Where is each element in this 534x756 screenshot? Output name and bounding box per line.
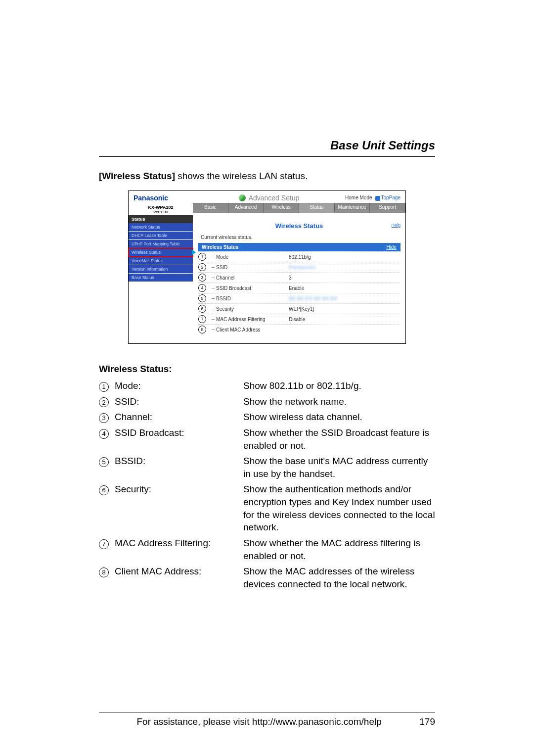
def-desc: Show 802.11b or 802.11b/g. (243, 379, 435, 392)
status-row: 4 SSID Broadcast Enable (198, 283, 400, 293)
callout-7: 7 (198, 315, 206, 323)
def-num-5: 5 (99, 457, 109, 467)
def-desc: Show the MAC addresses of the wireless d… (243, 565, 435, 590)
definition-row: 6 Security: Show the authentication meth… (99, 483, 435, 534)
content-title: Wireless Status (198, 219, 400, 233)
status-value-security: WEP[Key1] (286, 305, 400, 313)
def-num-3: 3 (99, 413, 109, 423)
definition-row: 1 Mode: Show 802.11b or 802.11b/g. (99, 379, 435, 392)
tab-advanced[interactable]: Advanced (228, 203, 264, 213)
def-num-1: 1 (99, 382, 109, 392)
content-subtitle: Current wireless status. (198, 233, 400, 243)
status-row: 5 BSSID 00:80:F0:00:00:00 (198, 293, 400, 303)
def-num-7: 7 (99, 539, 109, 549)
callout-4: 4 (198, 284, 206, 292)
setup-mode-label: Advanced Setup (193, 194, 345, 202)
status-row: 3 Channel 3 (198, 272, 400, 283)
tab-support[interactable]: Support (370, 203, 405, 213)
def-label: MAC Address Filtering: (115, 537, 243, 562)
sidebar-item-voicemail-status[interactable]: VoiceMail Status (129, 257, 193, 265)
toppage-link[interactable]: TopPage (375, 195, 400, 200)
def-num-8: 8 (99, 567, 109, 577)
status-label-mac-filtering: MAC Address Filtering (209, 315, 286, 324)
brand-logo: Panasonic (134, 194, 193, 202)
definition-row: 2 SSID: Show the network name. (99, 395, 435, 408)
sidebar-item-wireless-status[interactable]: Wireless Status (129, 248, 193, 257)
callout-2: 2 (198, 263, 206, 271)
status-label-bssid: BSSID (209, 294, 286, 303)
status-label-mode: Mode (209, 253, 286, 261)
sidebar-item-label: Wireless Status (132, 250, 161, 255)
firmware-version: Ver.1.00 (129, 210, 193, 214)
def-label: BSSID: (115, 455, 243, 480)
status-label-channel: Channel (209, 274, 286, 282)
sidebar-item-version-information[interactable]: Version Information (129, 265, 193, 274)
status-value-channel: 3 (286, 274, 400, 282)
setup-text: Advanced Setup (249, 194, 300, 202)
intro-bold: [Wireless Status] (99, 171, 175, 181)
tab-maintenance[interactable]: Maintenance (335, 203, 370, 213)
hide-link[interactable]: Hide (386, 244, 397, 250)
tab-status[interactable]: Status (299, 203, 335, 213)
def-desc: Show wireless data channel. (243, 411, 435, 424)
intro-rest: shows the wireless LAN status. (175, 171, 308, 181)
embedded-screenshot: Panasonic Advanced Setup Home Mode TopPa… (128, 190, 406, 344)
callout-5: 5 (198, 294, 206, 302)
tab-wireless[interactable]: Wireless (264, 203, 299, 213)
sidebar-item-base-status[interactable]: Base Status (129, 274, 193, 282)
model-number: KX-WPA102 (129, 205, 193, 210)
status-row: 8 Client MAC Address (198, 324, 400, 334)
callout-8: 8 (198, 326, 206, 333)
callout-6: 6 (198, 305, 206, 313)
status-panel: Wireless Status Hide 1 Mode 802.11b/g 2 … (198, 243, 400, 334)
home-mode-label: Home Mode (345, 195, 372, 200)
status-row: 6 Security WEP[Key1] (198, 303, 400, 314)
def-num-4: 4 (99, 429, 109, 439)
status-row: 7 MAC Address Filtering Disable (198, 314, 400, 324)
def-label: Channel: (115, 411, 243, 424)
status-label-ssid-broadcast: SSID Broadcast (209, 284, 286, 292)
status-row: 2 SSID Panasonic (198, 262, 400, 272)
section-title: Base Unit Settings (99, 139, 435, 152)
def-label: SSID Broadcast: (115, 426, 243, 452)
page-number: 179 (419, 716, 435, 727)
rule-bottom (99, 712, 435, 712)
status-value-client-mac (286, 328, 400, 331)
sidebar-item-dhcp-lease-table[interactable]: DHCP Lease Table (129, 232, 193, 240)
status-value-ssid-broadcast: Enable (286, 284, 400, 292)
definition-row: 8 Client MAC Address: Show the MAC addre… (99, 565, 435, 590)
def-desc: Show whether the MAC address filtering i… (243, 537, 435, 562)
content-area: Wireless Status Help Current wireless st… (193, 215, 405, 343)
def-label: Client MAC Address: (115, 565, 243, 590)
top-tabs: Basic Advanced Wireless Status Maintenan… (193, 203, 405, 213)
def-num-2: 2 (99, 397, 109, 407)
sidebar-item-network-status[interactable]: Network Status (129, 223, 193, 232)
callout-1: 1 (198, 253, 206, 261)
def-label: SSID: (115, 395, 243, 408)
tab-basic[interactable]: Basic (193, 203, 228, 213)
rule-top (99, 156, 435, 157)
status-panel-title: Wireless Status (202, 244, 238, 250)
callout-3: 3 (198, 274, 206, 282)
def-desc: Show the authentication methods and/or e… (243, 483, 435, 534)
def-desc: Show whether the SSID Broadcast feature … (243, 426, 435, 452)
definition-row: 3 Channel: Show wireless data channel. (99, 411, 435, 424)
definition-row: 7 MAC Address Filtering: Show whether th… (99, 537, 435, 562)
def-label: Security: (115, 483, 243, 534)
def-desc: Show the network name. (243, 395, 435, 408)
help-link[interactable]: Help (391, 223, 400, 228)
definitions-title: Wireless Status: (99, 364, 435, 375)
status-value-bssid: 00:80:F0:00:00:00 (286, 294, 400, 303)
definition-row: 4 SSID Broadcast: Show whether the SSID … (99, 426, 435, 452)
status-label-ssid: SSID (209, 263, 286, 272)
def-desc: Show the base unit's MAC address current… (243, 455, 435, 480)
sidebar: Status Network Status DHCP Lease Table U… (129, 215, 193, 343)
footer-help-text: For assistance, please visit http://www.… (137, 716, 382, 727)
status-label-client-mac: Client MAC Address (209, 326, 286, 334)
status-value-mac-filtering: Disable (286, 315, 400, 324)
status-row: 1 Mode 802.11b/g (198, 251, 400, 262)
status-label-security: Security (209, 305, 286, 313)
definition-row: 5 BSSID: Show the base unit's MAC addres… (99, 455, 435, 480)
sidebar-item-upnp-port-mapping[interactable]: UPnP Port Mapping Table (129, 240, 193, 248)
page-footer: For assistance, please visit http://www.… (99, 712, 435, 727)
